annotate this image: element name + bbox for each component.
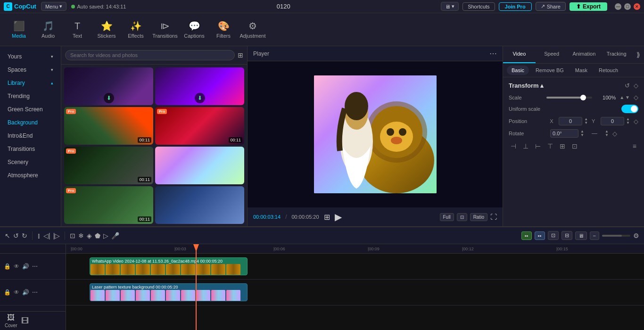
- tool-stickers[interactable]: ⭐ Stickers: [92, 16, 121, 44]
- tool-audio[interactable]: 🎵 Audio: [34, 16, 62, 44]
- media-thumb-5[interactable]: Pro 00:11: [64, 147, 153, 184]
- tl-crop-button[interactable]: ⊡: [70, 232, 75, 239]
- share-button[interactable]: ↗ Share: [536, 2, 566, 11]
- play-button[interactable]: ▶: [335, 211, 342, 223]
- tl-cursor-button[interactable]: ↖: [5, 232, 10, 239]
- fullscreen-button[interactable]: ⛶: [490, 213, 497, 221]
- download-icon-2[interactable]: ⬇: [195, 93, 205, 103]
- tool-captions[interactable]: 💬 Captions: [180, 16, 208, 44]
- sidebar-item-intro-end[interactable]: Intro&End: [2, 130, 59, 142]
- tl-blue-track-button[interactable]: ▪▪: [535, 231, 545, 240]
- align-center-v-button[interactable]: ⊞: [558, 141, 567, 151]
- media-thumb-8[interactable]: [155, 186, 244, 224]
- tl-zoom-slider[interactable]: [602, 235, 630, 237]
- align-center-h-button[interactable]: ⊥: [521, 141, 530, 151]
- maximize-button[interactable]: □: [624, 3, 631, 10]
- scale-keyframe-button[interactable]: ◇: [634, 94, 638, 101]
- align-right-button[interactable]: ⊢: [533, 141, 543, 151]
- tl-keyframe-button[interactable]: ⬟: [95, 232, 100, 239]
- tl-freeze-button[interactable]: ❄: [78, 232, 84, 239]
- media-thumb-4[interactable]: Pro 00:11: [155, 107, 244, 145]
- rotate-sec-down-button[interactable]: ▼: [605, 133, 609, 137]
- tl-trim-left-button[interactable]: ◁|: [43, 232, 50, 239]
- tab-video[interactable]: Video: [503, 46, 536, 63]
- align-bottom-button[interactable]: ⊡: [570, 141, 579, 151]
- tab-more[interactable]: ⟫: [633, 46, 644, 63]
- sidebar-item-spaces[interactable]: Spaces ▾: [2, 64, 59, 76]
- transform-keyframe-button[interactable]: ◇: [634, 82, 638, 89]
- filmstrip-button[interactable]: 🎞: [21, 317, 29, 325]
- sub-tab-basic[interactable]: Basic: [507, 66, 529, 75]
- tool-adjustment[interactable]: ⚙ Adjustment: [239, 16, 267, 44]
- tl-merge-button[interactable]: ⊟: [561, 231, 572, 240]
- sub-tab-remove-bg[interactable]: Remove BG: [531, 66, 569, 75]
- full-button[interactable]: Full: [440, 213, 454, 221]
- bg-clip-1[interactable]: Laser pattern texture background 00:00:0…: [90, 283, 248, 301]
- scale-up-button[interactable]: ▲: [619, 95, 624, 100]
- track-1-more-button[interactable]: ⋯: [32, 263, 38, 270]
- scale-slider[interactable]: [546, 97, 592, 99]
- position-x-input[interactable]: [559, 117, 582, 125]
- tl-split-button[interactable]: ⫿: [37, 232, 41, 239]
- align-left-button[interactable]: ⊣: [509, 141, 518, 151]
- sub-tab-retouch[interactable]: Retouch: [594, 66, 623, 75]
- sidebar-item-library[interactable]: Library ▴: [2, 77, 59, 89]
- tl-play-button[interactable]: ▷: [103, 232, 108, 239]
- tl-minus-button[interactable]: −: [590, 231, 599, 240]
- tool-media[interactable]: ⬛ Media: [5, 16, 33, 44]
- tool-text[interactable]: T Text: [63, 16, 91, 44]
- track-1-audio-icon[interactable]: 🔊: [22, 263, 29, 270]
- sidebar-item-background[interactable]: Background: [2, 116, 59, 129]
- playhead[interactable]: [196, 244, 197, 330]
- menu-button[interactable]: Menu ▾: [41, 2, 67, 11]
- crop-button[interactable]: ⊡: [457, 213, 467, 221]
- minimize-button[interactable]: —: [615, 3, 621, 10]
- position-y-input[interactable]: [601, 117, 624, 125]
- search-input[interactable]: [65, 50, 235, 60]
- rotate-input[interactable]: [550, 129, 578, 138]
- tl-mask-button[interactable]: ◈: [87, 232, 92, 239]
- tl-audio-button[interactable]: 🎤: [111, 232, 119, 239]
- sidebar-item-atmosphere[interactable]: Atmosphere: [2, 169, 59, 182]
- track-2-more-button[interactable]: ⋯: [32, 289, 38, 296]
- tl-redo-button[interactable]: ↻: [22, 232, 27, 239]
- video-clip-1[interactable]: WhatsApp Video 2024-12-08 at 11.53.26_0a…: [90, 257, 248, 275]
- media-thumb-1[interactable]: ⬇: [64, 67, 153, 105]
- tool-transitions[interactable]: ⧐ Transitions: [151, 16, 179, 44]
- track-1-eye-icon[interactable]: 👁: [14, 263, 19, 270]
- tab-speed[interactable]: Speed: [536, 46, 568, 63]
- tl-undo-button[interactable]: ↺: [13, 232, 19, 239]
- media-thumb-6[interactable]: [155, 147, 244, 184]
- sidebar-item-yours[interactable]: Yours ▾: [2, 50, 59, 63]
- filter-button[interactable]: ⊞: [238, 51, 243, 59]
- transform-reset-button[interactable]: ↺: [625, 82, 630, 89]
- cover-button[interactable]: 🖼 Cover: [5, 314, 17, 328]
- sub-tab-mask[interactable]: Mask: [570, 66, 592, 75]
- scale-down-button[interactable]: ▼: [625, 95, 630, 100]
- download-icon-1[interactable]: ⬇: [104, 93, 114, 103]
- media-thumb-7[interactable]: Pro 00:11: [64, 186, 153, 224]
- tl-screen-button[interactable]: 🖥: [575, 231, 587, 240]
- align-more-button[interactable]: ≡: [631, 141, 638, 151]
- y-down-button[interactable]: ▼: [626, 121, 630, 125]
- tl-settings-button[interactable]: ⚙: [633, 232, 639, 239]
- sidebar-item-transitions[interactable]: Transitions: [2, 143, 59, 155]
- track-2-audio-icon[interactable]: 🔊: [22, 289, 29, 296]
- join-pro-button[interactable]: Join Pro: [499, 2, 532, 11]
- uniform-scale-toggle[interactable]: [621, 105, 638, 113]
- tl-trim-right-button[interactable]: |▷: [53, 232, 60, 239]
- frames-button[interactable]: ⊞: [324, 213, 330, 222]
- media-thumb-3[interactable]: Pro 00:11: [64, 107, 153, 145]
- monitor-button[interactable]: 🖥 ▾: [441, 2, 459, 11]
- player-menu-button[interactable]: ⋯: [489, 49, 497, 58]
- ratio-button[interactable]: Ratio: [470, 213, 487, 221]
- x-down-button[interactable]: ▼: [584, 121, 588, 125]
- tl-green-track-button[interactable]: ▪▪: [521, 231, 532, 240]
- rotate-keyframe-button[interactable]: ◇: [612, 130, 617, 137]
- tab-tracking[interactable]: Tracking: [600, 46, 633, 63]
- shortcuts-button[interactable]: Shortcuts: [462, 2, 495, 11]
- track-1-lock-icon[interactable]: 🔒: [4, 263, 11, 270]
- tl-split-track-button[interactable]: ⊡: [548, 231, 559, 240]
- position-keyframe-button[interactable]: ◇: [634, 118, 638, 125]
- sidebar-item-scenery[interactable]: Scenery: [2, 156, 59, 168]
